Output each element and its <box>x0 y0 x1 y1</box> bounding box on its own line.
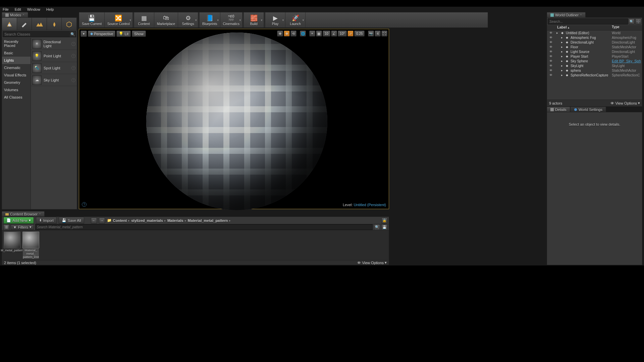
light-item[interactable]: ☀Directional Light? <box>31 38 77 50</box>
visibility-icon[interactable]: 👁 <box>548 73 553 77</box>
close-icon[interactable]: × <box>22 13 24 17</box>
save-all-button[interactable]: 💾 Save All <box>59 217 84 224</box>
help-icon[interactable]: ? <box>71 54 75 58</box>
place-mode-icon[interactable] <box>2 18 17 30</box>
marketplace-button[interactable]: 🛍Marketplace <box>154 12 178 27</box>
visibility-icon[interactable]: 👁 <box>548 59 553 63</box>
nav-back-icon[interactable]: ← <box>91 218 97 224</box>
filters-button[interactable]: ▼ Filters ▾ <box>11 224 34 230</box>
camera-speed-value[interactable]: 4 <box>375 31 381 37</box>
build-button[interactable]: 🧱Build▼ <box>244 12 264 27</box>
light-item[interactable]: 🔦Spot Light? <box>31 62 77 74</box>
maximize-viewport-icon[interactable]: ⛶ <box>381 31 387 37</box>
launch-button[interactable]: 🚀Launch▼ <box>285 12 306 27</box>
outliner-row[interactable]: 👁▸◆Sky SphereEdit BP_Sky_Sph <box>547 59 642 63</box>
category-lights[interactable]: Lights <box>2 57 31 64</box>
world-settings-tab[interactable]: World Settings <box>570 107 606 112</box>
column-label[interactable]: Label ▴ <box>547 25 612 30</box>
angle-snap-icon[interactable]: ∠ <box>331 31 337 37</box>
settings-button[interactable]: ⚙Settings▼ <box>178 12 198 27</box>
category-all-classes[interactable]: All Classes <box>2 94 31 101</box>
asset-item[interactable]: M_metal_pattern <box>3 232 21 259</box>
outliner-tab[interactable]: World Outliner × <box>547 12 586 17</box>
folder-icon[interactable]: 📁 <box>107 218 112 223</box>
view-options-button[interactable]: 👁 View Options ▾ <box>357 260 387 265</box>
chevron-down-icon[interactable]: ▼ <box>239 18 241 21</box>
outliner-search-input[interactable] <box>548 18 628 24</box>
foliage-mode-icon[interactable] <box>47 18 62 30</box>
play-button[interactable]: ▶Play▼ <box>265 12 285 27</box>
landscape-mode-icon[interactable] <box>32 18 47 30</box>
category-visual-effects[interactable]: Visual Effects <box>2 71 31 79</box>
help-icon[interactable]: ? <box>82 202 87 207</box>
visibility-icon[interactable]: 👁 <box>548 55 553 58</box>
transform-rotate-icon[interactable]: ⟲ <box>290 31 297 37</box>
sources-icon[interactable]: ☰ <box>3 224 9 230</box>
level-link[interactable]: Untitled (Persistent) <box>354 203 386 207</box>
scale-snap-value[interactable]: 0.25 <box>354 31 365 37</box>
visibility-icon[interactable]: 👁 <box>548 31 553 35</box>
scale-snap-icon[interactable]: ⤢ <box>347 31 354 37</box>
search-icon[interactable]: 🔍 <box>70 32 76 37</box>
menu-window[interactable]: Window <box>27 7 40 11</box>
modes-tab[interactable]: Modes × <box>2 12 28 17</box>
camera-speed-icon[interactable]: 📷 <box>368 31 374 37</box>
grid-snap-value[interactable]: 10 <box>323 31 330 37</box>
visibility-icon[interactable]: 👁 <box>548 69 553 72</box>
paint-mode-icon[interactable] <box>17 18 32 30</box>
breadcrumb-segment[interactable]: Material_metal_pattern <box>188 219 228 223</box>
grid-snap-icon[interactable]: ▦ <box>316 31 322 37</box>
outliner-row[interactable]: 👁▸◆Untitled (Editor)World <box>547 31 642 35</box>
search-icon[interactable]: 🔍 <box>629 18 635 24</box>
add-filter-icon[interactable]: ➕ <box>635 18 641 24</box>
menu-file[interactable]: File <box>3 7 9 11</box>
cinematics-button[interactable]: 🎬Cinematics▼ <box>220 12 243 27</box>
transform-select-icon[interactable]: ✥ <box>277 31 283 37</box>
visibility-icon[interactable]: 👁 <box>548 41 553 44</box>
visibility-icon[interactable]: 👁 <box>548 36 553 39</box>
import-button[interactable]: ⬇ Import <box>36 217 57 224</box>
surface-snap-icon[interactable]: ⌖ <box>309 31 315 37</box>
viewport-menu-button[interactable]: ▾ <box>80 31 87 37</box>
outliner-row[interactable]: 👁▸◆Player StartPlayerStart <box>547 54 642 59</box>
angle-snap-value[interactable]: 10° <box>338 31 347 37</box>
save-current-button[interactable]: 💾Save Current <box>79 12 105 27</box>
help-icon[interactable]: ? <box>71 66 75 70</box>
cb-search-input[interactable] <box>35 224 373 230</box>
outliner-row[interactable]: 👁▸◆Atmospheric FogAtmosphericFog <box>547 35 642 40</box>
outliner-row[interactable]: 👁▸◆SphereReflectionCaptureSphereReflecti… <box>547 73 642 77</box>
chevron-down-icon[interactable]: ▼ <box>195 18 197 21</box>
visibility-icon[interactable]: 👁 <box>548 64 553 67</box>
search-icon[interactable]: 🔍 <box>374 224 380 230</box>
column-type[interactable]: Type <box>612 25 642 30</box>
add-new-button[interactable]: 📄 Add New ▾ <box>3 217 34 224</box>
transform-translate-icon[interactable]: ✥ <box>284 31 290 37</box>
help-icon[interactable]: ? <box>71 42 75 46</box>
breadcrumb-segment[interactable]: stylized_materials <box>131 219 163 223</box>
outliner-row[interactable]: 👁▸◆SkyLightSkyLight <box>547 63 642 68</box>
geometry-mode-icon[interactable] <box>62 18 77 30</box>
modes-search-input[interactable] <box>3 32 70 37</box>
chevron-down-icon[interactable]: ▼ <box>260 18 263 21</box>
content-button[interactable]: ▦Content <box>134 12 154 27</box>
chevron-down-icon[interactable]: ▼ <box>282 18 284 21</box>
lit-button[interactable]: 💡Lit <box>116 31 131 37</box>
category-volumes[interactable]: Volumes <box>2 86 31 94</box>
breadcrumb-segment[interactable]: Content <box>113 219 127 223</box>
close-icon[interactable]: × <box>580 13 582 17</box>
chevron-down-icon[interactable]: ▼ <box>129 18 132 21</box>
category-basic[interactable]: Basic <box>2 49 31 57</box>
view-options-button[interactable]: 👁 View Options ▾ <box>610 101 640 105</box>
category-recently-placed[interactable]: Recently Placed <box>2 38 31 49</box>
visibility-icon[interactable]: 👁 <box>548 45 553 49</box>
details-tab[interactable]: Details <box>547 107 570 112</box>
light-item[interactable]: 💡Point Light? <box>31 50 77 62</box>
outliner-row[interactable]: 👁▸◆DirectionalLightDirectionalLight <box>547 40 642 45</box>
breadcrumb-segment[interactable]: Materials <box>167 219 183 223</box>
asset-item[interactable]: Material_metal_pattern_Inst <box>22 232 40 259</box>
coord-space-icon[interactable]: 🌐 <box>300 31 306 37</box>
show-button[interactable]: Show <box>132 31 146 37</box>
outliner-row[interactable]: 👁▸◆spheraStaticMeshActor <box>547 68 642 73</box>
chevron-down-icon[interactable]: ▼ <box>217 18 219 21</box>
light-item[interactable]: ☁Sky Light? <box>31 74 77 86</box>
